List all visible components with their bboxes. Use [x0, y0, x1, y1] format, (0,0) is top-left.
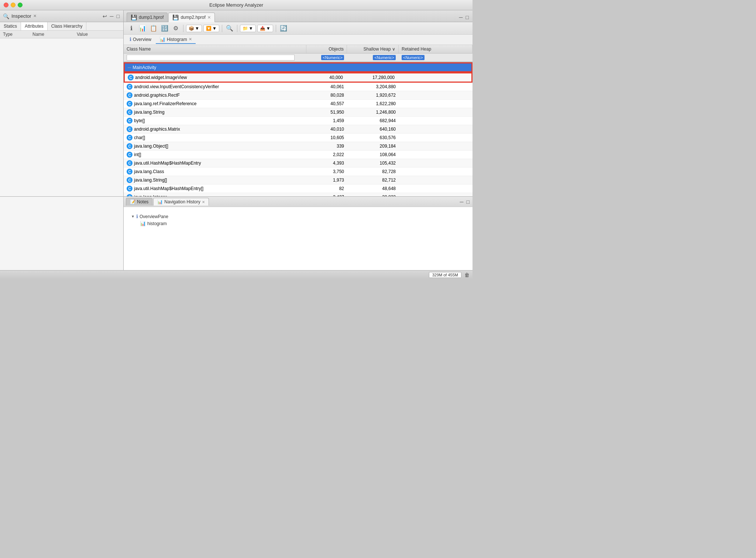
table-row[interactable]: C java.lang.Class 3,750 82,728	[124, 168, 472, 176]
tab-statics[interactable]: Statics	[0, 22, 21, 30]
filter-shallow-numeric[interactable]: <Numeric>	[373, 55, 396, 60]
nav-history-close-icon[interactable]: ✕	[202, 200, 205, 204]
toolbar-search-btn[interactable]: 🔍	[225, 24, 234, 33]
histogram-close-icon[interactable]: ✕	[189, 37, 192, 42]
nav-tree-item-overview[interactable]: ▼ ℹ OverviewPane	[130, 213, 467, 220]
gc-icon[interactable]: 🗑	[464, 272, 470, 278]
minimize-button[interactable]	[11, 3, 16, 7]
classname-cell: C java.util.HashMap$HashMapEntry[]	[124, 185, 306, 193]
table-row[interactable]: C java.lang.Object[] 339 209,184	[124, 142, 472, 151]
header-objects[interactable]: Objects	[306, 45, 347, 53]
table-row[interactable]: ─ MainActivity	[124, 62, 472, 72]
toolbar-reports-dropdown[interactable]: 📁 ▼	[240, 25, 256, 32]
toolbar-settings-btn[interactable]: ⚙	[171, 24, 181, 33]
class-icon: C	[127, 186, 133, 192]
file-tab-dump1[interactable]: 💾 dump1.hprof	[127, 13, 168, 22]
traffic-lights	[4, 3, 23, 7]
classname-cell: C java.lang.Object[]	[124, 142, 306, 150]
table-row[interactable]: C java.lang.String 51,950 1,246,800	[124, 108, 472, 117]
objects-cell: 339	[306, 142, 347, 150]
class-icon: C	[127, 152, 133, 158]
shallow-cell: 682,944	[347, 117, 399, 124]
toolbar-reports-icon: 📁	[243, 26, 248, 31]
table-row[interactable]: C java.lang.String[] 1,973 82,712	[124, 176, 472, 185]
table-row[interactable]: C java.util.HashMap$HashMapEntry[] 82 48…	[124, 185, 472, 193]
memory-status: 329M of 455M	[429, 272, 461, 278]
class-name: java.lang.ref.FinalizerReference	[134, 101, 196, 106]
objects-cell: 51,950	[306, 108, 347, 116]
classname-cell: C android.widget.ImageView	[125, 73, 305, 82]
classname-cell: C byte[]	[124, 117, 306, 125]
header-retained[interactable]: Retained Heap	[399, 45, 472, 53]
objects-cell: 1,973	[306, 176, 347, 184]
inspector-maximize-icon[interactable]: □	[116, 13, 120, 19]
class-name: char[]	[134, 135, 145, 140]
dump1-label: dump1.hprof	[139, 15, 164, 20]
toolbar-dropdown-arrow: ▼	[195, 26, 199, 31]
close-button[interactable]	[4, 3, 8, 7]
tab-minimize-icon[interactable]: ─	[458, 14, 464, 20]
toolbar-info-btn[interactable]: ℹ	[127, 24, 136, 33]
tab-overview[interactable]: ℹ Overview	[126, 35, 155, 44]
nav-tree-child-histogram[interactable]: 📊 histogram	[138, 220, 467, 227]
filter-objects-numeric[interactable]: <Numeric>	[321, 55, 344, 60]
table-row[interactable]: C java.lang.ref.FinalizerReference 40,55…	[124, 100, 472, 108]
classname-cell: C char[]	[124, 134, 306, 142]
overview-icon: ℹ	[130, 37, 131, 42]
notes-label: Notes	[137, 199, 148, 204]
table-row[interactable]: C java.util.HashMap$HashMapEntry 4,393 1…	[124, 159, 472, 168]
file-tab-dump2[interactable]: 💾 dump2.hprof ✕	[168, 13, 214, 22]
class-name: android.widget.ImageView	[135, 75, 187, 80]
toolbar-dominator-btn[interactable]: 📋	[149, 24, 158, 33]
retained-cell	[399, 137, 472, 139]
table-row[interactable]: C android.widget.ImageView 40,000 17,280…	[124, 72, 472, 83]
toolbar-filter-dropdown[interactable]: 🔽 ▼	[203, 25, 219, 32]
objects-cell: 40,061	[306, 83, 347, 90]
header-classname[interactable]: Class Name	[124, 45, 306, 53]
zoom-button[interactable]	[18, 3, 23, 7]
classname-cell: C android.graphics.Matrix	[124, 125, 306, 133]
shallow-cell: 209,184	[347, 142, 399, 150]
tab-maximize-icon[interactable]: □	[465, 14, 470, 20]
inspector-panel: 🔍 Inspector ✕ ↩ ─ □ Statics Attributes C…	[0, 10, 124, 196]
filter-retained-numeric[interactable]: <Numeric>	[402, 55, 425, 60]
table-row[interactable]: C android.graphics.Matrix 40,010 640,160	[124, 125, 472, 134]
header-shallow[interactable]: Shallow Heap ∨	[347, 45, 399, 53]
class-icon: C	[127, 118, 133, 124]
inspector-col-name: Name	[32, 32, 77, 37]
table-row[interactable]: C android.graphics.RectF 80,028 1,920,67…	[124, 91, 472, 100]
shallow-cell: 1,622,280	[347, 100, 399, 107]
classname-cell: C int[]	[124, 151, 306, 159]
table-row[interactable]: C int[] 2,022 108,064	[124, 151, 472, 159]
toolbar-histogram-btn[interactable]: 📊	[138, 24, 147, 33]
bottom-minimize-icon[interactable]: ─	[459, 199, 464, 205]
filter-shallow-cell: <Numeric>	[347, 54, 399, 61]
tab-nav-history[interactable]: 📊 Navigation History ✕	[153, 198, 209, 206]
inspector-minimize-icon[interactable]: ─	[109, 13, 114, 19]
objects-cell: 3,750	[306, 168, 347, 175]
retained-cell	[399, 94, 472, 96]
objects-cell	[305, 66, 346, 69]
dump2-close-icon[interactable]: ✕	[207, 15, 211, 20]
toolbar-export-dropdown[interactable]: 📤 ▼	[257, 25, 273, 32]
toolbar-refresh-btn[interactable]: 🔄	[279, 24, 288, 33]
class-icon: C	[127, 160, 133, 166]
shallow-cell: 105,432	[347, 159, 399, 167]
tab-attributes[interactable]: Attributes	[21, 22, 48, 30]
filter-classname-input[interactable]	[127, 55, 295, 61]
dump1-icon: 💾	[131, 14, 137, 20]
retained-cell	[398, 76, 471, 79]
toolbar-groupby-dropdown[interactable]: 📦 ▼	[186, 25, 202, 32]
table-row[interactable]: C byte[] 1,459 682,944	[124, 117, 472, 125]
inspector-return-icon[interactable]: ↩	[102, 13, 108, 19]
bottom-maximize-icon[interactable]: □	[466, 199, 470, 205]
tab-notes[interactable]: 📝 Notes	[126, 198, 152, 206]
tab-class-hierarchy[interactable]: Class Hierarchy	[48, 22, 87, 30]
tab-histogram[interactable]: 📊 Histogram ✕	[156, 35, 196, 44]
toolbar-oql-btn[interactable]: 🔢	[160, 24, 169, 33]
table-row[interactable]: C java.lang.Integer 2,427 38,832	[124, 193, 472, 196]
retained-cell	[399, 187, 472, 190]
table-row[interactable]: C char[] 10,605 630,576	[124, 134, 472, 142]
table-row[interactable]: C android.view.InputEventConsistencyVeri…	[124, 83, 472, 91]
inspector-close-icon[interactable]: ✕	[33, 14, 37, 18]
